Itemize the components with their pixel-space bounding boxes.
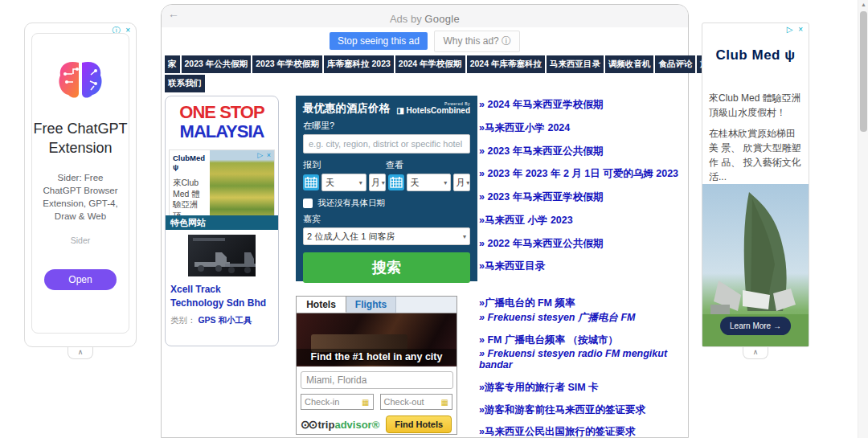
checkout-day-value: 天: [411, 177, 420, 189]
link-public-holidays-2022[interactable]: » 2022 年马来西亚公共假期: [479, 239, 688, 250]
hotelscombined-wordmark: ◨ HotelsCombined: [396, 106, 470, 115]
link-visa-for-malaysians[interactable]: »马来西亚公民出国旅行的签证要求: [479, 427, 690, 438]
nav-tab-food-review[interactable]: 食品评论: [655, 55, 695, 73]
checkout-month-select[interactable]: 月 ▾: [453, 174, 470, 191]
karst-mountain-image: Learn More →: [702, 184, 809, 346]
tripadvisor-widget: Hotels Flights Find the #1 hotel in any …: [296, 296, 457, 435]
ad-title: Free ChatGPT Extension: [32, 119, 129, 158]
small-calendar-icon[interactable]: ▦: [441, 398, 448, 407]
adchoices-icon[interactable]: ▷: [787, 25, 795, 34]
ads-by-text: Ads by: [390, 13, 422, 25]
featured-sites-header: 特色网站: [166, 215, 278, 230]
right-ad-panel[interactable]: ▷ × Club Med ψ 來Club Med 體驗亞洲 頂級山水度假村！ 在…: [702, 23, 809, 347]
ad-advertiser: Sider: [32, 235, 129, 245]
hotel-destination-input[interactable]: [303, 134, 470, 154]
category-link[interactable]: GPS 和小工具: [198, 315, 252, 325]
collapse-left-ad-button[interactable]: ∧: [68, 347, 93, 359]
link-visa-to-malaysia[interactable]: »游客和游客前往马来西亚的签证要求: [479, 405, 690, 416]
nav-tab-fm-radio[interactable]: 调频收音机: [605, 55, 654, 73]
nav-tab-public-holidays-2023[interactable]: 2023 年公共假期: [182, 55, 252, 73]
trip-checkin-input[interactable]: Check-in ▦: [301, 394, 374, 410]
guests-value: 2 位成人入住 1 间客房: [307, 231, 395, 243]
nav-tab-cuti-sekolah-2023[interactable]: 库蒂塞科拉 2023: [324, 55, 394, 73]
holiday-links-list: » 2024 年马来西亚学校假期 »马来西亚小学 2024 » 2023 年马来…: [479, 100, 688, 284]
logo-line-2: MALAYSIA: [166, 122, 278, 141]
left-ad-panel: ⓘ × Free ChatGPT Extension: [24, 23, 137, 347]
tab-hotels[interactable]: Hotels: [297, 297, 346, 313]
hotel-widget-title: 最优惠的酒店价格: [303, 101, 390, 116]
link-tourist-sim[interactable]: »游客专用的旅行者 SIM 卡: [479, 383, 690, 394]
no-specific-dates-label: 我还没有具体日期: [317, 198, 385, 209]
link-primary-school-2023[interactable]: »马来西亚 小学 2023: [479, 215, 688, 227]
collapse-right-ad-button[interactable]: ∧: [743, 347, 768, 359]
nav-tab-contact-us[interactable]: 联系我们: [165, 75, 205, 92]
page-scrollbar[interactable]: ▲: [858, 0, 868, 438]
link-public-holidays-2023[interactable]: » 2023 年马来西亚公共假期: [479, 146, 688, 158]
link-primary-school-2024[interactable]: »马来西亚小学 2024: [479, 123, 688, 134]
hotel-search-button[interactable]: 搜索: [303, 252, 470, 283]
tripadvisor-trip-text: trip: [317, 419, 334, 431]
trip-checkout-input[interactable]: Check-out ▦: [380, 394, 453, 410]
mini-ad-close-icon[interactable]: ×: [267, 151, 272, 159]
link-fm-frequency-malay[interactable]: » Frekuensi stesyen 广播电台 FM: [479, 313, 690, 324]
nav-tab-school-holidays-2024[interactable]: 2024 年学校假期: [395, 55, 465, 73]
chevron-down-icon: ▾: [444, 179, 447, 186]
open-button[interactable]: Open: [44, 269, 117, 290]
scrollbar-up-arrow-icon[interactable]: ▲: [860, 2, 867, 9]
xcell-truck-image[interactable]: [188, 235, 256, 276]
checkout-placeholder: Check-out: [384, 397, 424, 407]
nav-tab-cuti-sekolah-2024[interactable]: 2024 年库蒂塞科拉: [467, 55, 545, 73]
right-ad-body: 在桂林欣賞原始梯田美 景、 欣賞大型雕塑作 品、 投入藝術文化活...: [709, 126, 802, 184]
info-links-list: »广播电台的 FM 频率 » Frekuensi stesyen 广播电台 FM…: [479, 298, 690, 438]
right-ad-headline: 來Club Med 體驗亞洲 頂級山水度假村！: [709, 91, 802, 120]
checkout-calendar-icon[interactable]: [388, 174, 404, 190]
small-calendar-icon[interactable]: ▦: [362, 398, 369, 407]
sider-ad-card[interactable]: Free ChatGPT Extension Sider: Free ChatG…: [31, 33, 129, 334]
tab-flights[interactable]: Flights: [346, 297, 396, 313]
link-cny-2023[interactable]: » 2023 年 2023 年 2 月 1日 可爱的乌姆 2023: [479, 169, 688, 180]
tripadvisor-advisor-text: advisor®: [334, 419, 379, 431]
nav-tab-home[interactable]: 家: [165, 55, 180, 73]
link-school-holidays-2023[interactable]: » 2023 年马来西亚学校假期: [479, 192, 688, 203]
guests-select[interactable]: 2 位成人入住 1 间客房 ▾: [303, 227, 470, 245]
hotel-room-banner-image: Find the #1 hotel in any city: [297, 313, 457, 366]
guests-label: 嘉宾: [303, 213, 470, 225]
ad-close-icon[interactable]: ×: [798, 25, 805, 34]
clubmed-logo: Club Med ψ: [702, 47, 809, 63]
category-label: 类别：: [170, 315, 196, 325]
link-malaysia-directory[interactable]: »马来西亚目录: [479, 261, 688, 272]
brain-logo-icon: [55, 58, 105, 101]
featured-site-link[interactable]: Xcell Track Technology Sdn Bhd: [170, 283, 275, 310]
checkin-month-select[interactable]: 月 ▾: [369, 174, 386, 191]
chevron-down-icon: ▾: [382, 179, 385, 186]
find-hotels-button[interactable]: Find Hotels: [386, 415, 452, 433]
hotelscombined-widget: 最优惠的酒店价格 Powered By ◨ HotelsCombined 在哪里…: [296, 96, 477, 281]
link-fm-by-city-malay[interactable]: » Frekuensi stesyen radio FM mengikut ba…: [479, 349, 690, 371]
hotelscombined-logo: Powered By ◨ HotelsCombined: [396, 101, 470, 116]
why-this-ad-button[interactable]: Why this ad? ⓘ: [434, 31, 520, 52]
checkin-placeholder: Check-in: [305, 397, 339, 407]
learn-more-button[interactable]: Learn More →: [720, 317, 791, 335]
chevron-down-icon: ▾: [463, 233, 466, 240]
tripadvisor-logo[interactable]: ⊙⊙tripadvisor®: [301, 418, 379, 431]
checkin-day-select[interactable]: 天 ▾: [321, 174, 366, 191]
adchoices-icon[interactable]: ▷: [257, 151, 264, 159]
checkin-calendar-icon[interactable]: [303, 174, 319, 190]
checkout-day-select[interactable]: 天 ▾: [407, 174, 452, 191]
scrollbar-thumb[interactable]: [860, 11, 867, 132]
stop-seeing-ad-button[interactable]: Stop seeing this ad: [330, 32, 428, 50]
nav-tab-school-holidays-2023[interactable]: 2023 年学校假期: [252, 55, 322, 73]
main-nav: 家 2023 年公共假期 2023 年学校假期 库蒂塞科拉 2023 2024 …: [165, 55, 686, 94]
link-fm-frequency[interactable]: »广播电台的 FM 频率: [479, 298, 690, 309]
link-school-holidays-2024[interactable]: » 2024 年马来西亚学校假期: [479, 100, 688, 111]
nav-tab-malaysia-directory[interactable]: 马来西亚目录: [547, 55, 604, 73]
ads-by-google-label: Ads by Google: [162, 13, 688, 25]
checkout-month-value: 月: [456, 177, 465, 189]
chevron-down-icon: ▾: [359, 179, 362, 186]
chevron-down-icon: ▾: [466, 179, 469, 186]
link-fm-by-city[interactable]: » FM 广播电台频率 （按城市）: [479, 335, 690, 346]
trip-destination-input[interactable]: [301, 371, 453, 389]
ad-description: Sider: Free ChatGPT Browser Extension, G…: [39, 171, 122, 223]
checkin-month-value: 月: [371, 177, 380, 189]
no-specific-dates-checkbox[interactable]: [303, 199, 313, 208]
